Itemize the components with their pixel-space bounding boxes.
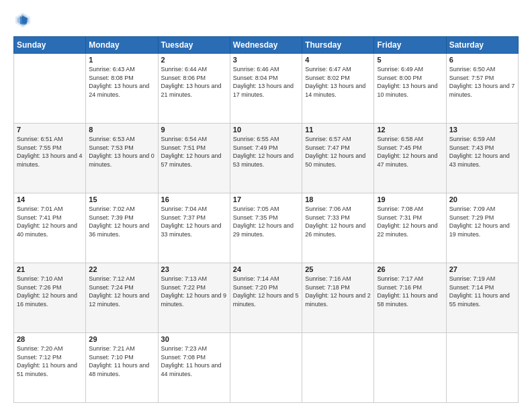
day-number: 23 <box>161 265 227 273</box>
day-number: 29 <box>89 335 154 343</box>
weekday-header-wednesday: Wednesday <box>230 37 302 54</box>
calendar-cell: 28Sunrise: 7:20 AMSunset: 7:12 PMDayligh… <box>14 333 86 403</box>
day-number: 21 <box>17 265 83 273</box>
cell-info: Sunrise: 7:20 AMSunset: 7:12 PMDaylight:… <box>17 345 83 378</box>
day-number: 28 <box>17 335 83 343</box>
weekday-header-row: SundayMondayTuesdayWednesdayThursdayFrid… <box>14 37 519 54</box>
calendar-cell: 21Sunrise: 7:10 AMSunset: 7:26 PMDayligh… <box>14 263 86 333</box>
calendar-cell: 12Sunrise: 6:58 AMSunset: 7:45 PMDayligh… <box>374 124 446 193</box>
calendar-week-row: 7Sunrise: 6:51 AMSunset: 7:55 PMDaylight… <box>14 124 519 193</box>
day-number: 17 <box>233 195 299 203</box>
day-number: 12 <box>377 126 443 134</box>
header <box>13 11 519 30</box>
day-number: 3 <box>233 56 299 64</box>
calendar-week-row: 14Sunrise: 7:01 AMSunset: 7:41 PMDayligh… <box>14 193 519 263</box>
day-number: 24 <box>233 265 299 273</box>
cell-info: Sunrise: 6:49 AMSunset: 8:00 PMDaylight:… <box>377 65 443 99</box>
day-number: 10 <box>233 126 299 134</box>
calendar-cell: 20Sunrise: 7:09 AMSunset: 7:29 PMDayligh… <box>446 193 518 263</box>
day-number: 13 <box>449 126 515 134</box>
calendar-week-row: 21Sunrise: 7:10 AMSunset: 7:26 PMDayligh… <box>14 263 519 333</box>
day-number: 16 <box>161 195 227 203</box>
calendar-cell: 24Sunrise: 7:14 AMSunset: 7:20 PMDayligh… <box>230 263 302 333</box>
cell-info: Sunrise: 6:51 AMSunset: 7:55 PMDaylight:… <box>17 135 83 169</box>
weekday-header-sunday: Sunday <box>14 37 86 54</box>
weekday-header-friday: Friday <box>374 37 446 54</box>
day-number: 14 <box>17 195 83 203</box>
calendar-cell: 16Sunrise: 7:04 AMSunset: 7:37 PMDayligh… <box>158 193 230 263</box>
day-number: 11 <box>305 126 371 134</box>
calendar-cell: 23Sunrise: 7:13 AMSunset: 7:22 PMDayligh… <box>158 263 230 333</box>
day-number: 9 <box>161 126 227 134</box>
calendar-cell: 5Sunrise: 6:49 AMSunset: 8:00 PMDaylight… <box>374 54 446 124</box>
calendar-cell: 14Sunrise: 7:01 AMSunset: 7:41 PMDayligh… <box>14 193 86 263</box>
calendar-cell: 8Sunrise: 6:53 AMSunset: 7:53 PMDaylight… <box>86 124 158 193</box>
cell-info: Sunrise: 6:59 AMSunset: 7:43 PMDaylight:… <box>449 135 515 169</box>
calendar-cell: 26Sunrise: 7:17 AMSunset: 7:16 PMDayligh… <box>374 263 446 333</box>
calendar-cell <box>230 333 302 403</box>
calendar-cell: 3Sunrise: 6:46 AMSunset: 8:04 PMDaylight… <box>230 54 302 124</box>
cell-info: Sunrise: 7:04 AMSunset: 7:37 PMDaylight:… <box>161 205 227 238</box>
day-number: 26 <box>377 265 443 273</box>
day-number: 15 <box>89 195 154 203</box>
cell-info: Sunrise: 7:12 AMSunset: 7:24 PMDaylight:… <box>89 275 154 308</box>
logo <box>13 11 35 30</box>
calendar-week-row: 1Sunrise: 6:43 AMSunset: 8:08 PMDaylight… <box>14 54 519 124</box>
day-number: 6 <box>449 56 515 64</box>
calendar-cell: 25Sunrise: 7:16 AMSunset: 7:18 PMDayligh… <box>302 263 374 333</box>
cell-info: Sunrise: 6:46 AMSunset: 8:04 PMDaylight:… <box>233 65 299 99</box>
day-number: 27 <box>449 265 515 273</box>
calendar-cell: 11Sunrise: 6:57 AMSunset: 7:47 PMDayligh… <box>302 124 374 193</box>
cell-info: Sunrise: 7:09 AMSunset: 7:29 PMDaylight:… <box>449 205 515 238</box>
calendar-cell: 29Sunrise: 7:21 AMSunset: 7:10 PMDayligh… <box>86 333 158 403</box>
cell-info: Sunrise: 6:57 AMSunset: 7:47 PMDaylight:… <box>305 135 371 169</box>
calendar-cell: 22Sunrise: 7:12 AMSunset: 7:24 PMDayligh… <box>86 263 158 333</box>
calendar-cell: 30Sunrise: 7:23 AMSunset: 7:08 PMDayligh… <box>158 333 230 403</box>
cell-info: Sunrise: 6:47 AMSunset: 8:02 PMDaylight:… <box>305 65 371 99</box>
cell-info: Sunrise: 6:44 AMSunset: 8:06 PMDaylight:… <box>161 65 227 99</box>
weekday-header-monday: Monday <box>86 37 158 54</box>
day-number: 25 <box>305 265 371 273</box>
calendar-cell: 2Sunrise: 6:44 AMSunset: 8:06 PMDaylight… <box>158 54 230 124</box>
cell-info: Sunrise: 7:06 AMSunset: 7:33 PMDaylight:… <box>305 205 371 238</box>
calendar-week-row: 28Sunrise: 7:20 AMSunset: 7:12 PMDayligh… <box>14 333 519 403</box>
calendar-table: SundayMondayTuesdayWednesdayThursdayFrid… <box>13 36 519 403</box>
cell-info: Sunrise: 7:19 AMSunset: 7:14 PMDaylight:… <box>449 275 515 308</box>
cell-info: Sunrise: 7:08 AMSunset: 7:31 PMDaylight:… <box>377 205 443 238</box>
day-number: 19 <box>377 195 443 203</box>
cell-info: Sunrise: 7:10 AMSunset: 7:26 PMDaylight:… <box>17 275 83 308</box>
cell-info: Sunrise: 6:54 AMSunset: 7:51 PMDaylight:… <box>161 135 227 169</box>
calendar-cell: 7Sunrise: 6:51 AMSunset: 7:55 PMDaylight… <box>14 124 86 193</box>
cell-info: Sunrise: 6:53 AMSunset: 7:53 PMDaylight:… <box>89 135 154 169</box>
cell-info: Sunrise: 7:16 AMSunset: 7:18 PMDaylight:… <box>305 275 371 308</box>
calendar-cell: 10Sunrise: 6:55 AMSunset: 7:49 PMDayligh… <box>230 124 302 193</box>
day-number: 30 <box>161 335 227 343</box>
day-number: 1 <box>89 56 154 64</box>
calendar-cell: 17Sunrise: 7:05 AMSunset: 7:35 PMDayligh… <box>230 193 302 263</box>
cell-info: Sunrise: 7:17 AMSunset: 7:16 PMDaylight:… <box>377 275 443 308</box>
day-number: 2 <box>161 56 227 64</box>
calendar-cell: 19Sunrise: 7:08 AMSunset: 7:31 PMDayligh… <box>374 193 446 263</box>
cell-info: Sunrise: 7:05 AMSunset: 7:35 PMDaylight:… <box>233 205 299 238</box>
day-number: 22 <box>89 265 154 273</box>
weekday-header-saturday: Saturday <box>446 37 518 54</box>
cell-info: Sunrise: 7:13 AMSunset: 7:22 PMDaylight:… <box>161 275 227 308</box>
cell-info: Sunrise: 7:14 AMSunset: 7:20 PMDaylight:… <box>233 275 299 308</box>
day-number: 7 <box>17 126 83 134</box>
calendar-cell: 4Sunrise: 6:47 AMSunset: 8:02 PMDaylight… <box>302 54 374 124</box>
logo-icon <box>13 11 32 30</box>
cell-info: Sunrise: 7:01 AMSunset: 7:41 PMDaylight:… <box>17 205 83 238</box>
calendar-cell: 13Sunrise: 6:59 AMSunset: 7:43 PMDayligh… <box>446 124 518 193</box>
calendar-cell: 6Sunrise: 6:50 AMSunset: 7:57 PMDaylight… <box>446 54 518 124</box>
day-number: 4 <box>305 56 371 64</box>
calendar-cell <box>14 54 86 124</box>
day-number: 18 <box>305 195 371 203</box>
weekday-header-tuesday: Tuesday <box>158 37 230 54</box>
cell-info: Sunrise: 6:50 AMSunset: 7:57 PMDaylight:… <box>449 65 515 99</box>
cell-info: Sunrise: 7:02 AMSunset: 7:39 PMDaylight:… <box>89 205 154 238</box>
cell-info: Sunrise: 6:58 AMSunset: 7:45 PMDaylight:… <box>377 135 443 169</box>
calendar-cell <box>302 333 374 403</box>
cell-info: Sunrise: 6:43 AMSunset: 8:08 PMDaylight:… <box>89 65 154 99</box>
page: SundayMondayTuesdayWednesdayThursdayFrid… <box>0 0 532 411</box>
calendar-cell: 1Sunrise: 6:43 AMSunset: 8:08 PMDaylight… <box>86 54 158 124</box>
